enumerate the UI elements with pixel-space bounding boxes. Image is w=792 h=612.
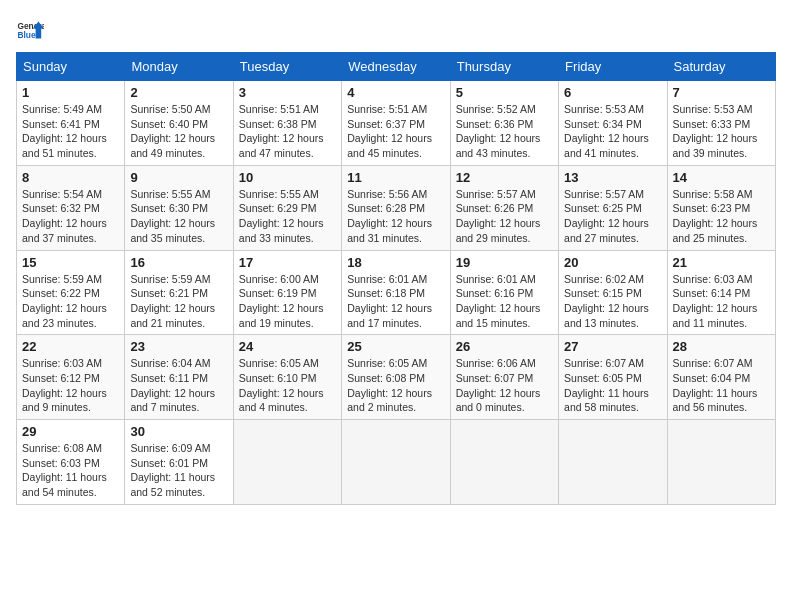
day-number: 15 — [22, 255, 119, 270]
day-info: Sunrise: 5:53 AMSunset: 6:34 PMDaylight:… — [564, 103, 649, 159]
page-header: General Blue — [16, 16, 776, 44]
calendar-cell: 18Sunrise: 6:01 AMSunset: 6:18 PMDayligh… — [342, 250, 450, 335]
day-info: Sunrise: 5:55 AMSunset: 6:30 PMDaylight:… — [130, 188, 215, 244]
day-info: Sunrise: 6:02 AMSunset: 6:15 PMDaylight:… — [564, 273, 649, 329]
day-info: Sunrise: 6:01 AMSunset: 6:16 PMDaylight:… — [456, 273, 541, 329]
day-number: 19 — [456, 255, 553, 270]
weekday-header-thursday: Thursday — [450, 53, 558, 81]
day-info: Sunrise: 6:04 AMSunset: 6:11 PMDaylight:… — [130, 357, 215, 413]
calendar-cell: 13Sunrise: 5:57 AMSunset: 6:25 PMDayligh… — [559, 165, 667, 250]
day-number: 14 — [673, 170, 770, 185]
calendar-cell: 25Sunrise: 6:05 AMSunset: 6:08 PMDayligh… — [342, 335, 450, 420]
day-info: Sunrise: 6:06 AMSunset: 6:07 PMDaylight:… — [456, 357, 541, 413]
calendar-cell: 4Sunrise: 5:51 AMSunset: 6:37 PMDaylight… — [342, 81, 450, 166]
day-number: 23 — [130, 339, 227, 354]
day-info: Sunrise: 6:05 AMSunset: 6:10 PMDaylight:… — [239, 357, 324, 413]
day-number: 30 — [130, 424, 227, 439]
day-number: 17 — [239, 255, 336, 270]
day-number: 9 — [130, 170, 227, 185]
day-number: 2 — [130, 85, 227, 100]
calendar-cell: 16Sunrise: 5:59 AMSunset: 6:21 PMDayligh… — [125, 250, 233, 335]
weekday-header-monday: Monday — [125, 53, 233, 81]
calendar-cell: 17Sunrise: 6:00 AMSunset: 6:19 PMDayligh… — [233, 250, 341, 335]
calendar-cell: 12Sunrise: 5:57 AMSunset: 6:26 PMDayligh… — [450, 165, 558, 250]
calendar-cell: 30Sunrise: 6:09 AMSunset: 6:01 PMDayligh… — [125, 420, 233, 505]
day-number: 25 — [347, 339, 444, 354]
calendar-cell: 26Sunrise: 6:06 AMSunset: 6:07 PMDayligh… — [450, 335, 558, 420]
calendar-cell — [342, 420, 450, 505]
day-info: Sunrise: 5:59 AMSunset: 6:21 PMDaylight:… — [130, 273, 215, 329]
calendar-week-row: 8Sunrise: 5:54 AMSunset: 6:32 PMDaylight… — [17, 165, 776, 250]
day-number: 4 — [347, 85, 444, 100]
day-info: Sunrise: 6:01 AMSunset: 6:18 PMDaylight:… — [347, 273, 432, 329]
day-number: 5 — [456, 85, 553, 100]
day-info: Sunrise: 5:53 AMSunset: 6:33 PMDaylight:… — [673, 103, 758, 159]
calendar-cell: 20Sunrise: 6:02 AMSunset: 6:15 PMDayligh… — [559, 250, 667, 335]
day-info: Sunrise: 6:03 AMSunset: 6:12 PMDaylight:… — [22, 357, 107, 413]
svg-text:Blue: Blue — [17, 30, 35, 40]
calendar-week-row: 29Sunrise: 6:08 AMSunset: 6:03 PMDayligh… — [17, 420, 776, 505]
day-info: Sunrise: 6:03 AMSunset: 6:14 PMDaylight:… — [673, 273, 758, 329]
calendar-cell: 10Sunrise: 5:55 AMSunset: 6:29 PMDayligh… — [233, 165, 341, 250]
day-number: 3 — [239, 85, 336, 100]
day-info: Sunrise: 6:07 AMSunset: 6:04 PMDaylight:… — [673, 357, 758, 413]
day-info: Sunrise: 6:09 AMSunset: 6:01 PMDaylight:… — [130, 442, 215, 498]
day-number: 18 — [347, 255, 444, 270]
day-number: 16 — [130, 255, 227, 270]
day-number: 24 — [239, 339, 336, 354]
weekday-header-tuesday: Tuesday — [233, 53, 341, 81]
day-number: 27 — [564, 339, 661, 354]
day-info: Sunrise: 5:58 AMSunset: 6:23 PMDaylight:… — [673, 188, 758, 244]
day-info: Sunrise: 5:50 AMSunset: 6:40 PMDaylight:… — [130, 103, 215, 159]
weekday-header-friday: Friday — [559, 53, 667, 81]
weekday-header-row: SundayMondayTuesdayWednesdayThursdayFrid… — [17, 53, 776, 81]
calendar-cell — [450, 420, 558, 505]
day-number: 11 — [347, 170, 444, 185]
calendar-cell: 29Sunrise: 6:08 AMSunset: 6:03 PMDayligh… — [17, 420, 125, 505]
day-info: Sunrise: 5:55 AMSunset: 6:29 PMDaylight:… — [239, 188, 324, 244]
day-info: Sunrise: 5:52 AMSunset: 6:36 PMDaylight:… — [456, 103, 541, 159]
calendar-cell: 19Sunrise: 6:01 AMSunset: 6:16 PMDayligh… — [450, 250, 558, 335]
calendar-cell: 1Sunrise: 5:49 AMSunset: 6:41 PMDaylight… — [17, 81, 125, 166]
day-number: 10 — [239, 170, 336, 185]
weekday-header-wednesday: Wednesday — [342, 53, 450, 81]
calendar-cell: 27Sunrise: 6:07 AMSunset: 6:05 PMDayligh… — [559, 335, 667, 420]
day-info: Sunrise: 5:56 AMSunset: 6:28 PMDaylight:… — [347, 188, 432, 244]
logo: General Blue — [16, 16, 44, 44]
day-number: 12 — [456, 170, 553, 185]
day-number: 13 — [564, 170, 661, 185]
day-number: 29 — [22, 424, 119, 439]
calendar-cell — [233, 420, 341, 505]
day-number: 21 — [673, 255, 770, 270]
day-number: 8 — [22, 170, 119, 185]
day-number: 1 — [22, 85, 119, 100]
day-info: Sunrise: 6:08 AMSunset: 6:03 PMDaylight:… — [22, 442, 107, 498]
day-number: 7 — [673, 85, 770, 100]
calendar-cell: 8Sunrise: 5:54 AMSunset: 6:32 PMDaylight… — [17, 165, 125, 250]
day-info: Sunrise: 5:49 AMSunset: 6:41 PMDaylight:… — [22, 103, 107, 159]
day-info: Sunrise: 6:00 AMSunset: 6:19 PMDaylight:… — [239, 273, 324, 329]
calendar-cell: 6Sunrise: 5:53 AMSunset: 6:34 PMDaylight… — [559, 81, 667, 166]
calendar-cell: 7Sunrise: 5:53 AMSunset: 6:33 PMDaylight… — [667, 81, 775, 166]
calendar-table: SundayMondayTuesdayWednesdayThursdayFrid… — [16, 52, 776, 505]
calendar-cell: 9Sunrise: 5:55 AMSunset: 6:30 PMDaylight… — [125, 165, 233, 250]
calendar-cell: 3Sunrise: 5:51 AMSunset: 6:38 PMDaylight… — [233, 81, 341, 166]
calendar-cell: 21Sunrise: 6:03 AMSunset: 6:14 PMDayligh… — [667, 250, 775, 335]
logo-icon: General Blue — [16, 16, 44, 44]
calendar-cell — [667, 420, 775, 505]
day-info: Sunrise: 5:57 AMSunset: 6:25 PMDaylight:… — [564, 188, 649, 244]
weekday-header-sunday: Sunday — [17, 53, 125, 81]
day-number: 26 — [456, 339, 553, 354]
calendar-cell: 14Sunrise: 5:58 AMSunset: 6:23 PMDayligh… — [667, 165, 775, 250]
calendar-cell: 15Sunrise: 5:59 AMSunset: 6:22 PMDayligh… — [17, 250, 125, 335]
day-number: 28 — [673, 339, 770, 354]
calendar-week-row: 22Sunrise: 6:03 AMSunset: 6:12 PMDayligh… — [17, 335, 776, 420]
day-info: Sunrise: 5:59 AMSunset: 6:22 PMDaylight:… — [22, 273, 107, 329]
calendar-cell: 11Sunrise: 5:56 AMSunset: 6:28 PMDayligh… — [342, 165, 450, 250]
calendar-cell: 23Sunrise: 6:04 AMSunset: 6:11 PMDayligh… — [125, 335, 233, 420]
day-info: Sunrise: 6:07 AMSunset: 6:05 PMDaylight:… — [564, 357, 649, 413]
day-number: 6 — [564, 85, 661, 100]
calendar-cell: 5Sunrise: 5:52 AMSunset: 6:36 PMDaylight… — [450, 81, 558, 166]
calendar-cell: 22Sunrise: 6:03 AMSunset: 6:12 PMDayligh… — [17, 335, 125, 420]
day-info: Sunrise: 5:54 AMSunset: 6:32 PMDaylight:… — [22, 188, 107, 244]
